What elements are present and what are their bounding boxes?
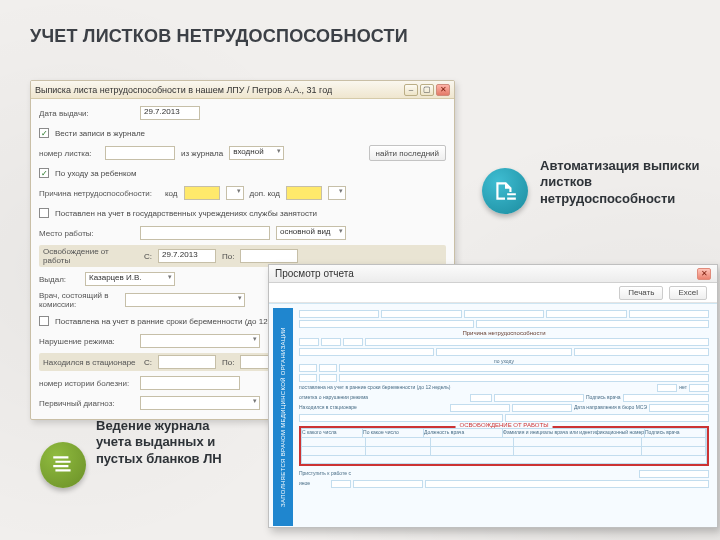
print-button[interactable]: Печать bbox=[619, 286, 663, 300]
reason-code-label: код bbox=[165, 189, 178, 198]
exemption-to-label: По: bbox=[222, 252, 234, 261]
primary-label: Первичный диагноз: bbox=[39, 399, 134, 408]
number-input[interactable] bbox=[105, 146, 175, 160]
page-title: УЧЕТ ЛИСТКОВ НЕТРУДОСПОСОБНОСТИ bbox=[30, 26, 408, 47]
stationary-section: Находился в стационаре bbox=[299, 404, 448, 412]
doctor-sign-section: Подпись врача bbox=[586, 394, 621, 402]
minimize-button[interactable]: – bbox=[404, 84, 418, 96]
stationary-label: Находился в стационаре bbox=[43, 358, 138, 367]
exemption-block: ОСВОБОЖДЕНИЕ ОТ РАБОТЫ С какого числа По… bbox=[299, 426, 709, 466]
work-place-label: Место работы: bbox=[39, 229, 134, 238]
start-work-section: Приступить к работе с bbox=[299, 470, 637, 478]
history-num-label: номер истории болезни: bbox=[39, 379, 134, 388]
store-journal-label: Вести записи в журнале bbox=[55, 129, 145, 138]
close-button[interactable]: ✕ bbox=[436, 84, 450, 96]
doctor-comm-label: Врач, состоящий в комиссии: bbox=[39, 291, 119, 309]
col-sign: Подпись врача bbox=[645, 429, 706, 438]
reason-section: Причина нетрудоспособности bbox=[299, 330, 709, 336]
reason-extra-select[interactable] bbox=[328, 186, 346, 200]
excel-button[interactable]: Excel bbox=[669, 286, 707, 300]
automation-badge bbox=[482, 168, 528, 214]
col-from: С какого числа bbox=[302, 429, 363, 438]
work-type-select[interactable]: основной вид bbox=[276, 226, 346, 240]
date-issue-input[interactable]: 29.7.2013 bbox=[140, 106, 200, 120]
reason-extra-input[interactable] bbox=[286, 186, 322, 200]
col-doctor-pos: Должность врача bbox=[424, 429, 503, 438]
primary-select[interactable] bbox=[140, 396, 260, 410]
preview-toolbar: Печать Excel bbox=[269, 283, 717, 303]
early-no: нет bbox=[679, 384, 687, 392]
doctor-comm-select[interactable] bbox=[125, 293, 245, 307]
early-reg-checkbox[interactable] bbox=[39, 316, 49, 326]
col-doctor-name: Фамилия и инициалы врача или идентификац… bbox=[503, 429, 645, 438]
date-issue-label: Дата выдачи: bbox=[39, 109, 134, 118]
preview-title: Просмотр отчета bbox=[275, 268, 354, 279]
preview-titlebar: Просмотр отчета ✕ bbox=[269, 265, 717, 283]
sheet-sidebanner: ЗАПОЛНЯЕТСЯ ВРАЧОМ МЕДИЦИНСКОЙ ОРГАНИЗАЦ… bbox=[273, 308, 293, 526]
issued-label: Выдал: bbox=[39, 275, 79, 284]
journal-label: из журнала bbox=[181, 149, 223, 158]
exemption-to-input[interactable] bbox=[240, 249, 298, 263]
stationary-to-label: По: bbox=[222, 358, 234, 367]
col-to: По какое число bbox=[363, 429, 424, 438]
stationary-from-input[interactable] bbox=[158, 355, 216, 369]
automation-callout: Автоматизация выписки листков нетрудоспо… bbox=[540, 158, 705, 207]
number-label: номер листка: bbox=[39, 149, 99, 158]
history-num-input[interactable] bbox=[140, 376, 240, 390]
early-section: поставлена на учет в ранние сроки береме… bbox=[299, 384, 655, 392]
form-titlebar: Выписка листа нетрудоспособности в нашем… bbox=[31, 81, 454, 99]
journal-badge bbox=[40, 442, 86, 488]
cert-sheet: ЗАПОЛНЯЕТСЯ ВРАЧОМ МЕДИЦИНСКОЙ ОРГАНИЗАЦ… bbox=[269, 303, 717, 528]
work-place-input[interactable] bbox=[140, 226, 270, 240]
find-last-button[interactable]: найти последний bbox=[369, 145, 446, 161]
store-journal-checkbox[interactable] bbox=[39, 128, 49, 138]
form-title: Выписка листа нетрудоспособности в нашем… bbox=[35, 85, 332, 95]
early-reg-label: Поставлена на учет в ранние сроки береме… bbox=[55, 317, 299, 326]
other-section: иное bbox=[299, 480, 329, 488]
reason-extra-label: доп. код bbox=[250, 189, 280, 198]
exemption-label: Освобождение от работы bbox=[43, 247, 138, 265]
reason-label: Причина нетрудоспособности: bbox=[39, 189, 159, 198]
care-child-checkbox[interactable] bbox=[39, 168, 49, 178]
journal-callout: Ведение журнала учета выданных и пустых … bbox=[96, 418, 246, 467]
maximize-button[interactable]: ▢ bbox=[420, 84, 434, 96]
preview-window: Просмотр отчета ✕ Печать Excel ЗАПОЛНЯЕТ… bbox=[268, 264, 718, 528]
stationary-from-label: С: bbox=[144, 358, 152, 367]
issued-select[interactable]: Казарцев И.В. bbox=[85, 272, 175, 286]
reason-code-select[interactable] bbox=[226, 186, 244, 200]
exemption-from-label: С: bbox=[144, 252, 152, 261]
violation-select[interactable] bbox=[140, 334, 260, 348]
care-child-label: По уходу за ребенком bbox=[55, 169, 137, 178]
violation-label: Нарушение режима: bbox=[39, 337, 134, 346]
exemption-title: ОСВОБОЖДЕНИЕ ОТ РАБОТЫ bbox=[456, 422, 553, 428]
on-register-checkbox[interactable] bbox=[39, 208, 49, 218]
preview-close-button[interactable]: ✕ bbox=[697, 268, 711, 280]
reason-code-input[interactable] bbox=[184, 186, 220, 200]
mse-dir-section: Дата направления в бюро МСЭ bbox=[574, 404, 647, 412]
journal-select[interactable]: входной bbox=[229, 146, 284, 160]
on-register-label: Поставлен на учет в государственных учре… bbox=[55, 209, 317, 218]
exemption-from-input[interactable]: 29.7.2013 bbox=[158, 249, 216, 263]
violation-section: отметка о нарушении режима bbox=[299, 394, 468, 402]
